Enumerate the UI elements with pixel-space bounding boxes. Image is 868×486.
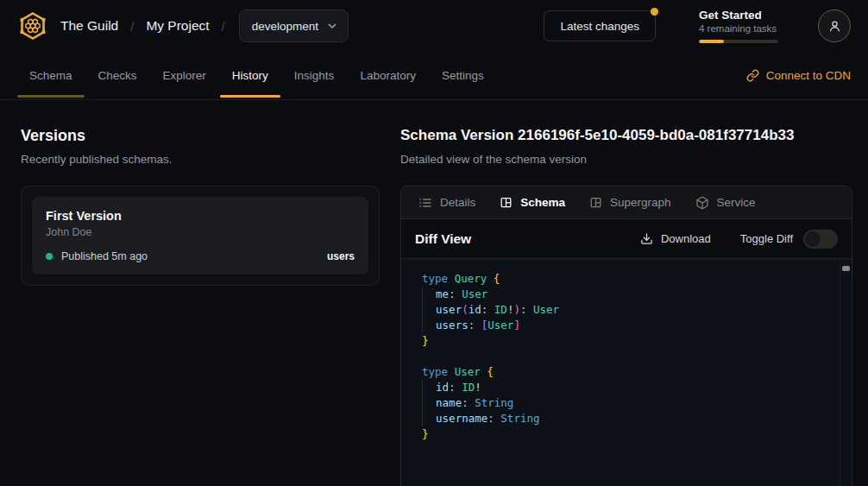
- version-status-text: Published 5m ago: [61, 250, 148, 262]
- download-label: Download: [661, 232, 711, 245]
- nav-tab-underline: [220, 95, 280, 98]
- code-indent-group: me: User user(id: ID!): User users: [Use…: [422, 287, 829, 333]
- latest-changes-label: Latest changes: [560, 20, 639, 33]
- nav-tab-label: Schema: [29, 69, 72, 82]
- columns-icon: [500, 196, 513, 209]
- get-started-title: Get Started: [699, 9, 778, 22]
- versions-panel: Versions Recently published schemas. Fir…: [21, 126, 380, 286]
- nav-tab-history[interactable]: History: [220, 52, 280, 99]
- nav-tab-explorer[interactable]: Explorer: [151, 52, 218, 99]
- toggle-diff-label: Toggle Diff: [740, 232, 793, 245]
- nav-tab-label: Settings: [442, 69, 484, 82]
- breadcrumb-project[interactable]: My Project: [146, 18, 209, 34]
- toggle-diff-switch[interactable]: [803, 230, 838, 249]
- breadcrumb-org[interactable]: The Guild: [60, 18, 118, 34]
- connect-to-cdn-label: Connect to CDN: [766, 69, 851, 82]
- version-name: First Version: [46, 209, 355, 223]
- app-header: The Guild / My Project / development Lat…: [0, 0, 868, 52]
- diff-view-header: Diff View Download Toggle Diff: [401, 219, 852, 259]
- download-button[interactable]: Download: [640, 232, 711, 245]
- latest-changes-button[interactable]: Latest changes: [544, 10, 656, 41]
- code-line: username: String: [423, 411, 829, 426]
- code-line: type User {: [422, 364, 829, 380]
- person-icon: [827, 19, 842, 34]
- schema-view-tab-details[interactable]: Details: [406, 186, 487, 218]
- nav-tab-laboratory[interactable]: Laboratory: [348, 52, 428, 99]
- cube-icon: [695, 196, 709, 210]
- nav-tab-label: Explorer: [163, 69, 206, 82]
- schema-view-tab-label: Supergraph: [610, 196, 671, 209]
- schema-view-tab-label: Schema: [520, 196, 565, 209]
- schema-view-tabs: DetailsSchemaSupergraphService: [401, 186, 852, 219]
- versions-list: First Version John Doe Published 5m ago …: [21, 186, 380, 286]
- schema-view-tab-supergraph[interactable]: Supergraph: [577, 186, 683, 218]
- nav-tab-insights[interactable]: Insights: [282, 52, 347, 99]
- code-line: type Query {: [422, 271, 829, 287]
- version-detail-panel: Schema Version 2166196f-5e10-4059-bd0a-0…: [400, 126, 852, 486]
- columns-icon: [589, 196, 602, 209]
- schema-sdl-view: type Query { me: User user(id: ID!): Use…: [401, 259, 852, 486]
- versions-subtitle: Recently published schemas.: [21, 152, 380, 167]
- code-line: }: [422, 333, 829, 349]
- version-list-item[interactable]: First Version John Doe Published 5m ago …: [32, 197, 368, 275]
- diff-view-title: Diff View: [415, 231, 471, 247]
- download-icon: [640, 232, 653, 245]
- breadcrumb: The Guild / My Project /: [60, 18, 225, 34]
- connect-to-cdn-button[interactable]: Connect to CDN: [746, 52, 851, 99]
- code-line: users: [User]: [423, 318, 829, 333]
- version-author: John Doe: [46, 226, 355, 238]
- nav-tab-label: Checks: [98, 69, 137, 82]
- notification-dot: [651, 8, 658, 16]
- guild-logo-icon[interactable]: [17, 10, 48, 41]
- code-indent-group: id: ID! name: String username: String: [422, 380, 829, 426]
- diff-view-actions: Download Toggle Diff: [640, 230, 838, 249]
- nav-tab-underline: [17, 95, 85, 98]
- code-line: id: ID!: [423, 380, 829, 395]
- version-service-badge: users: [327, 250, 355, 262]
- nav-tab-label: History: [232, 69, 268, 82]
- graphql-sdl-code: type Query { me: User user(id: ID!): Use…: [401, 259, 852, 454]
- toggle-knob: [805, 231, 821, 247]
- nav-tab-label: Laboratory: [360, 69, 416, 82]
- schema-view-tab-service[interactable]: Service: [683, 186, 768, 218]
- code-scrollbar[interactable]: [840, 259, 852, 486]
- main-nav: SchemaChecksExplorerHistoryInsightsLabor…: [0, 52, 868, 100]
- nav-tab-checks[interactable]: Checks: [86, 52, 149, 99]
- code-line: name: String: [423, 395, 829, 411]
- get-started-progressbar: [699, 40, 778, 43]
- schema-view-card: DetailsSchemaSupergraphService Diff View…: [400, 186, 852, 486]
- schema-version-title: Schema Version 2166196f-5e10-4059-bd0a-0…: [400, 126, 852, 145]
- code-line: user(id: ID!): User: [423, 302, 829, 318]
- published-status-dot: [46, 253, 53, 260]
- code-scrollbar-thumb[interactable]: [842, 266, 850, 271]
- link-icon: [746, 69, 759, 82]
- get-started-subtitle: 4 remaining tasks: [699, 23, 778, 34]
- nav-tab-schema[interactable]: Schema: [17, 52, 85, 99]
- main-content: Versions Recently published schemas. Fir…: [0, 100, 868, 486]
- environment-select[interactable]: development: [239, 9, 349, 42]
- schema-version-subtitle: Detailed view of the schema version: [400, 152, 852, 167]
- schema-view-tab-schema[interactable]: Schema: [487, 186, 577, 218]
- schema-view-tab-label: Details: [440, 196, 475, 209]
- user-avatar[interactable]: [818, 9, 851, 42]
- versions-title: Versions: [21, 126, 380, 145]
- nav-tab-label: Insights: [294, 69, 335, 82]
- schema-view-tab-label: Service: [717, 196, 756, 209]
- chevron-down-icon: [327, 21, 337, 31]
- breadcrumb-separator: /: [222, 19, 225, 34]
- code-line: me: User: [423, 287, 829, 302]
- list-icon: [418, 196, 432, 210]
- nav-tab-settings[interactable]: Settings: [430, 52, 496, 99]
- version-status-row: Published 5m ago users: [46, 250, 355, 262]
- environment-select-value: development: [252, 20, 318, 33]
- code-line: }: [422, 426, 829, 442]
- get-started-widget[interactable]: Get Started 4 remaining tasks: [699, 9, 778, 43]
- get-started-progress-fill: [699, 40, 724, 43]
- breadcrumb-separator: /: [130, 19, 134, 34]
- code-line: [422, 349, 829, 364]
